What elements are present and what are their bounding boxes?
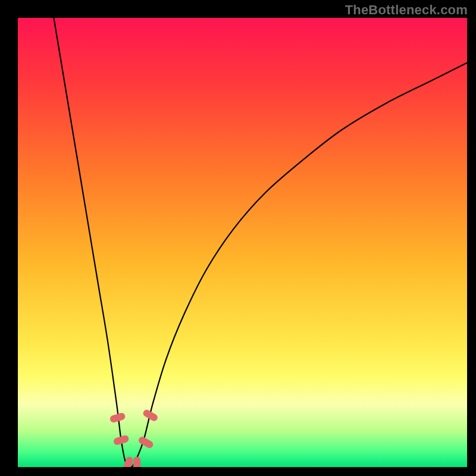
watermark-text: TheBottleneck.com xyxy=(345,2,468,18)
plot-area xyxy=(18,18,467,467)
chart-frame: TheBottleneck.com xyxy=(0,0,476,476)
gradient-background xyxy=(18,18,467,467)
highlight-marker xyxy=(133,456,140,467)
bottleneck-chart xyxy=(18,18,467,467)
